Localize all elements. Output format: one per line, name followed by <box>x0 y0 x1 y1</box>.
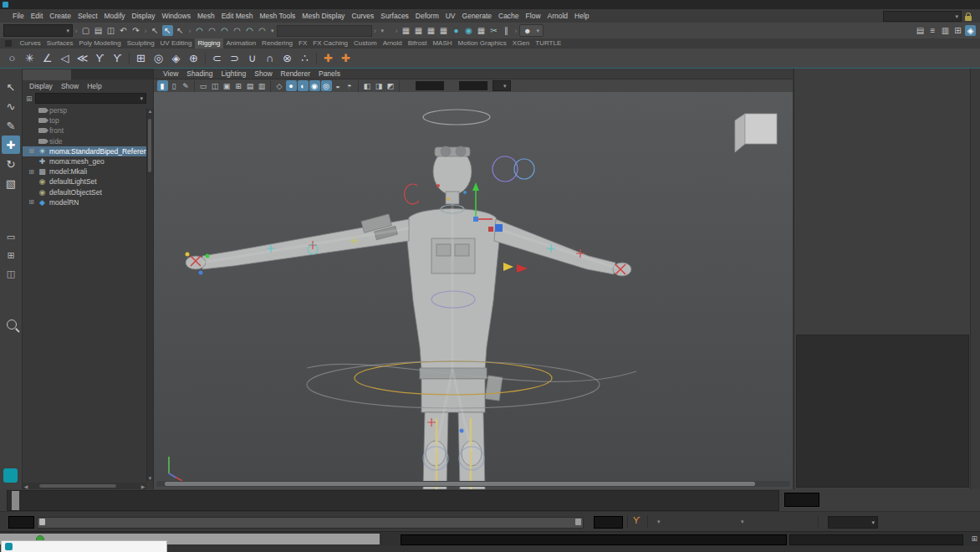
menu-file[interactable]: File <box>9 12 28 20</box>
wrap-deformer-icon[interactable]: ◈ <box>167 49 185 67</box>
render-settings-icon[interactable]: ▦ <box>438 25 449 36</box>
menu-mesh-display[interactable]: Mesh Display <box>299 12 348 20</box>
shelf-tab-poly-modeling[interactable]: Poly Modeling <box>76 38 124 49</box>
wire-deformer-icon[interactable]: ⊕ <box>185 49 202 67</box>
menu-generate[interactable]: Generate <box>459 12 495 20</box>
menu-surfaces[interactable]: Surfaces <box>377 12 412 20</box>
select-object-icon[interactable]: ↖ <box>162 25 173 36</box>
xray-icon[interactable]: ◧ <box>362 80 373 91</box>
outliner-menu-help[interactable]: Help <box>87 82 101 90</box>
outliner-vertical-scrollbar[interactable]: ▲ ▼ <box>146 109 153 481</box>
shelf-tab-curves[interactable]: Curves <box>17 38 43 49</box>
move-tool[interactable]: ✚ <box>2 135 20 154</box>
scrollbar-handle[interactable] <box>148 119 151 172</box>
playblast-icon[interactable]: ▦ <box>476 25 487 36</box>
viewport-menu-show[interactable]: Show <box>250 69 276 78</box>
animation-start-field[interactable] <box>8 516 34 529</box>
select-component-icon[interactable]: ↖ <box>175 25 186 36</box>
safe-title-icon[interactable]: ▥ <box>257 80 268 91</box>
shelf-tab-rendering[interactable]: Rendering <box>259 38 296 49</box>
viewport-menu-panels[interactable]: Panels <box>314 69 345 78</box>
undo-icon[interactable]: ↶ <box>118 25 129 36</box>
anim-layer-dropdown[interactable] <box>741 518 748 525</box>
isolate-select-icon[interactable]: ◩ <box>385 80 396 91</box>
menu-set-dropdown[interactable]: ▾ <box>3 24 73 37</box>
chevron-down-icon[interactable]: ▾ <box>271 28 274 34</box>
playback-range-slider[interactable] <box>37 517 584 529</box>
chevron-down-icon[interactable]: ▾ <box>381 28 385 34</box>
lock-workspace-icon[interactable] <box>965 16 972 21</box>
single-pane-layout-icon[interactable]: ▭ <box>3 231 18 243</box>
select-camera-icon[interactable]: ▮ <box>157 80 168 91</box>
exposure-field[interactable] <box>416 81 444 90</box>
scrollbar-handle[interactable] <box>39 484 116 488</box>
open-editors-icon[interactable]: ⊞ <box>952 25 963 36</box>
expand-icon[interactable]: ⊞ <box>28 168 35 176</box>
expand-icon[interactable]: ⊞ <box>28 198 35 206</box>
scale-tool[interactable]: ▧ <box>2 174 20 192</box>
scroll-down-icon[interactable]: ▼ <box>147 476 153 481</box>
select-tool[interactable]: ↖ <box>2 78 20 96</box>
shelf-tab-surfaces[interactable]: Surfaces <box>43 38 76 49</box>
shelf-tab-xgen[interactable]: XGen <box>509 38 532 49</box>
construction-history-icon[interactable]: ▥ <box>940 25 951 36</box>
layer-list[interactable] <box>796 335 969 488</box>
outliner-item-moma-mesh-geo[interactable]: ✚moma:mesh_geo <box>23 156 153 166</box>
frame-ruler[interactable] <box>7 490 779 511</box>
menu-uv[interactable]: UV <box>442 12 459 20</box>
shelf-tab-fx[interactable]: FX <box>296 38 310 49</box>
range-end-handle[interactable] <box>575 519 581 525</box>
mel-command-input[interactable] <box>401 534 787 545</box>
use-all-lights-icon[interactable]: ◉ <box>309 80 320 91</box>
outliner-item-front[interactable]: front <box>23 125 153 135</box>
menu-help[interactable]: Help <box>571 12 592 20</box>
outliner-item-top[interactable]: top <box>23 115 153 125</box>
humanik-icon[interactable]: ϒ <box>109 49 126 67</box>
shelf-tab-mash[interactable]: MASH <box>430 38 455 49</box>
joint-tool-icon[interactable]: ∠ <box>38 49 56 67</box>
outliner-menu-display[interactable]: Display <box>29 82 53 90</box>
menu-curves[interactable]: Curves <box>348 12 377 20</box>
pole-vector-constraint-icon[interactable]: ⊗ <box>278 49 296 67</box>
scroll-left-icon[interactable]: ◀ <box>23 483 29 489</box>
ipr-render-icon[interactable]: ▦ <box>426 25 436 36</box>
paint-select-tool[interactable]: ✎ <box>2 116 20 135</box>
shelf-tab-arnold[interactable]: Arnold <box>380 38 405 49</box>
snap-to-point-icon[interactable]: ◠ <box>219 25 230 36</box>
textured-icon[interactable]: ◐ <box>298 80 309 91</box>
outliner-item-moma-standardbiped-reference[interactable]: ⊞✳moma:StandardBiped_Reference <box>23 146 153 156</box>
highlight-selection-icon[interactable]: ◈ <box>965 25 976 36</box>
shaded-icon[interactable]: ● <box>286 80 297 91</box>
current-frame-marker[interactable] <box>12 491 19 510</box>
menu-create[interactable]: Create <box>46 12 74 20</box>
shelf-tab-animation[interactable]: Animation <box>223 38 259 49</box>
viewport-scrollbar[interactable] <box>156 481 790 487</box>
exposure-icon[interactable] <box>403 80 414 91</box>
menu-deform[interactable]: Deform <box>412 12 442 20</box>
script-editor-icon[interactable]: ⊞ <box>971 534 977 543</box>
shelf-tab-bifrost[interactable]: Bifrost <box>405 38 430 49</box>
ambient-occlusion-icon[interactable]: ◒ <box>333 80 344 91</box>
scale-constraint-icon[interactable]: ∴ <box>296 49 314 67</box>
wireframe-icon[interactable]: ◇ <box>274 80 285 91</box>
redo-icon[interactable]: ↷ <box>130 25 141 36</box>
make-live-icon[interactable]: ◠ <box>257 25 268 36</box>
render-current-frame-icon[interactable]: ▦ <box>413 25 424 36</box>
lattice-icon[interactable]: ⊞ <box>132 49 150 67</box>
pane-arrangement-icon[interactable]: ◫ <box>3 268 18 279</box>
shelf-tab-custom[interactable]: Custom <box>351 38 380 49</box>
filter-icon[interactable]: ⊞ <box>26 95 33 103</box>
outliner-item-persp[interactable]: persp <box>23 105 153 115</box>
menu-display[interactable]: Display <box>129 12 159 20</box>
live-surface-field[interactable] <box>277 25 372 37</box>
aim-constraint-icon[interactable]: ∩ <box>261 49 278 67</box>
outliner-item-model-mkali[interactable]: ⊞▩model:Mkali <box>23 166 153 176</box>
resolution-gate-icon[interactable]: ◫ <box>210 80 221 91</box>
snap-to-view-plane-icon[interactable]: ◠ <box>244 25 255 36</box>
menu-cache[interactable]: Cache <box>495 12 523 20</box>
open-scene-icon[interactable]: ▤ <box>93 25 104 36</box>
hypershade-icon[interactable]: ● <box>451 25 462 36</box>
snap-to-projected-center-icon[interactable]: ◠ <box>232 25 242 36</box>
cluster-icon[interactable]: ◎ <box>150 49 167 67</box>
point-constraint-icon[interactable]: ⊃ <box>226 49 243 67</box>
